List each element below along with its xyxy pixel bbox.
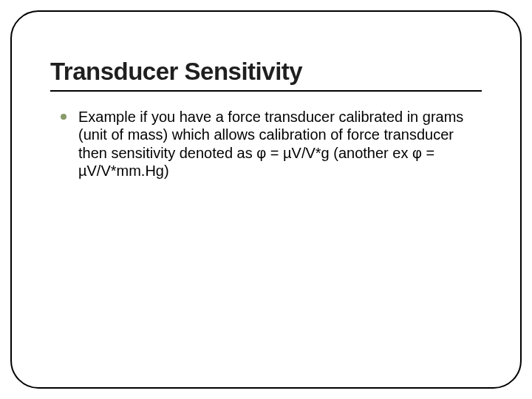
bullet-item: Example if you have a force transducer c… <box>50 108 482 180</box>
bullet-icon <box>61 114 66 120</box>
slide-title: Transducer Sensitivity <box>50 58 482 90</box>
bullet-text: Example if you have a force transducer c… <box>78 108 482 180</box>
slide-content: Transducer Sensitivity Example if you ha… <box>12 12 520 210</box>
title-underline <box>50 90 482 92</box>
slide-border: Transducer Sensitivity Example if you ha… <box>10 10 522 389</box>
